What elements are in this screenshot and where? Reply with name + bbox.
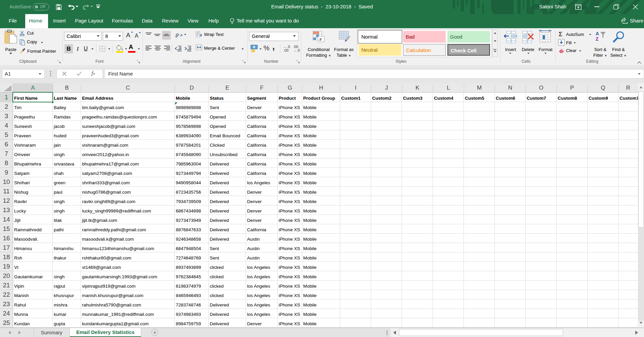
- svg-text:≠: ≠: [319, 37, 322, 42]
- svg-text:Z: Z: [596, 36, 599, 41]
- svg-text:ab: ab: [175, 32, 180, 39]
- svg-text:A: A: [596, 31, 599, 36]
- svg-text:A: A: [135, 33, 138, 38]
- svg-text:A: A: [126, 32, 130, 38]
